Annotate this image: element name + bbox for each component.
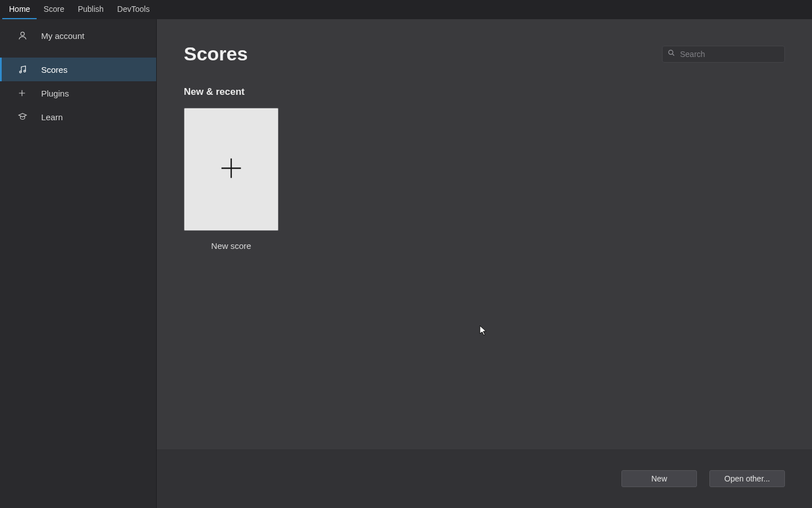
- sidebar-item-learn[interactable]: Learn: [0, 105, 156, 129]
- footer-bar: New Open other...: [157, 449, 812, 508]
- menu-item-label: Home: [9, 5, 30, 14]
- sidebar-item-label: Plugins: [41, 89, 69, 98]
- user-icon: [17, 30, 41, 41]
- sidebar: My account Scores Plugins: [0, 19, 157, 508]
- menu-item-publish[interactable]: Publish: [71, 0, 111, 19]
- sidebar-item-label: Scores: [41, 65, 68, 75]
- sidebar-item-scores[interactable]: Scores: [0, 58, 156, 81]
- menu-item-devtools[interactable]: DevTools: [111, 0, 157, 19]
- button-label: Open other...: [725, 474, 770, 483]
- new-score-card[interactable]: New score: [184, 108, 279, 251]
- menubar: Home Score Publish DevTools: [0, 0, 812, 19]
- header-row: Scores: [184, 43, 785, 65]
- open-other-button[interactable]: Open other...: [709, 470, 785, 487]
- svg-point-0: [21, 32, 24, 36]
- menu-item-label: Score: [43, 5, 64, 14]
- new-score-thumb: [184, 108, 279, 231]
- card-caption: New score: [211, 241, 251, 251]
- plus-icon: [218, 155, 244, 183]
- search-input[interactable]: [679, 49, 780, 59]
- menu-item-home[interactable]: Home: [2, 0, 37, 19]
- page-title: Scores: [184, 43, 248, 65]
- menu-item-label: Publish: [78, 5, 104, 14]
- svg-point-3: [669, 50, 673, 55]
- main-panel: Scores New & recent: [157, 19, 812, 508]
- menu-item-score[interactable]: Score: [37, 0, 71, 19]
- learn-icon: [17, 112, 41, 122]
- section-new-recent-title: New & recent: [184, 86, 785, 98]
- search-box[interactable]: [662, 46, 785, 63]
- sidebar-item-label: Learn: [41, 112, 63, 122]
- svg-point-2: [24, 70, 25, 72]
- plus-icon: [17, 89, 41, 98]
- button-label: New: [651, 474, 667, 483]
- sidebar-item-plugins[interactable]: Plugins: [0, 81, 156, 105]
- card-grid: New score: [184, 108, 785, 251]
- sidebar-my-account[interactable]: My account: [0, 24, 156, 47]
- content-area: Scores New & recent: [157, 19, 812, 449]
- search-icon: [667, 49, 676, 59]
- svg-point-1: [20, 71, 21, 73]
- menu-item-label: DevTools: [117, 5, 150, 14]
- music-note-icon: [17, 64, 41, 75]
- sidebar-item-label: My account: [41, 31, 85, 41]
- new-button[interactable]: New: [621, 470, 697, 487]
